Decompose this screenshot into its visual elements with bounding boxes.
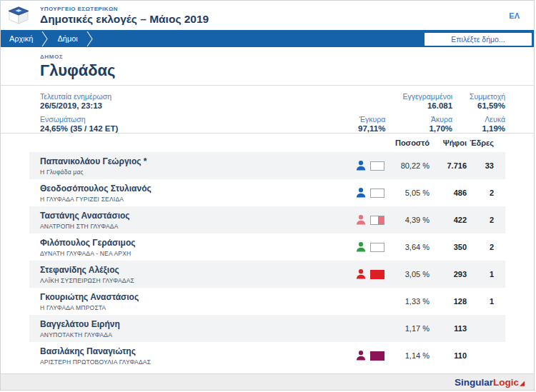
stat-integration: Ενσωμάτωση 24,65% (35 / 142 ΕΤ)	[40, 115, 118, 133]
stat-label: Ενσωμάτωση	[40, 115, 118, 124]
breadcrumb-home[interactable]: Αρχική	[1, 34, 41, 43]
municipality-label: ΔΗΜΟΣ	[40, 54, 534, 60]
ministry-label: ΥΠΟΥΡΓΕΙΟ ΕΣΩΤΕΡΙΚΩΝ	[40, 6, 209, 12]
candidate-cell: Γκουριώτης Αναστάσιος Η ΓΛΥΦΑΔΑ ΜΠΡΟΣΤΑ	[29, 292, 355, 311]
chevron-right-icon	[41, 30, 49, 47]
results-table: Ποσοστό Ψήφοι Έδρες Παπανικολάου Γεώργιο…	[29, 134, 505, 369]
stat-last-update: Τελευταία ενημέρωση 26/5/2019, 23:13	[40, 92, 118, 110]
column-header-percent: Ποσοστό	[389, 139, 430, 147]
municipality-search-input[interactable]	[425, 33, 532, 46]
stat-valid: Έγκυρα 97,11%	[358, 115, 385, 133]
ballot-box-icon	[8, 6, 31, 25]
stat-value: 97,11%	[358, 124, 385, 133]
party-support-box-icon	[370, 216, 384, 225]
percent-value: 4,39 %	[389, 216, 430, 224]
support-icons	[355, 160, 389, 171]
stat-turnout: Συμμετοχή 61,59%	[470, 92, 505, 110]
percent-value: 3,64 %	[389, 243, 430, 251]
page: ΥΠΟΥΡΓΕΙΟ ΕΣΩΤΕΡΙΚΩΝ Δημοτικές εκλογές –…	[0, 0, 535, 391]
language-switch[interactable]: ΕΛ	[509, 11, 527, 20]
stat-label: Εγγεγραμμένοι	[402, 92, 452, 101]
stat-label: Συμμετοχή	[470, 92, 505, 101]
party-name: ΑΝΥΠΟΤΑΚΤΗ ΓΛΥΦΑΔΑ	[29, 331, 355, 338]
municipality-name: Γλυφάδας	[40, 61, 534, 80]
percent-value: 3,05 %	[389, 270, 430, 278]
candidate-cell: Στεφανίδης Αλέξιος ΛΑΪΚΗ ΣΥΣΠΕΙΡΩΣΗ ΓΛΥΦ…	[29, 265, 355, 284]
app-footer: SingularLogic	[1, 373, 534, 391]
candidate-name: Γκουριώτης Αναστάσιος	[29, 292, 355, 302]
percent-value: 80,22 %	[389, 161, 430, 170]
breadcrumb-municipalities[interactable]: Δήμοι	[49, 34, 86, 43]
stat-value: 24,65% (35 / 142 ΕΤ)	[40, 124, 118, 133]
candidate-name: Φιλόπουλος Γεράσιμος	[29, 238, 355, 248]
party-support-box-icon	[370, 161, 384, 171]
candidate-cell: Παπανικολάου Γεώργιος * Η Γλυφάδα μας	[29, 156, 355, 176]
stat-registered: Εγγεγραμμένοι 16.081	[402, 92, 452, 110]
stats-bar: Τελευταία ενημέρωση 26/5/2019, 23:13 Ενσ…	[1, 85, 534, 134]
table-row: Φιλόπουλος Γεράσιμος ΔΥΝΑΤΗ ΓΛΥΦΑΔΑ - ΝΕ…	[29, 233, 505, 261]
candidate-name: Θεοδοσόπουλος Στυλιανός	[29, 184, 355, 194]
party-name: Η ΓΛΥΦΑΔΑ ΜΠΡΟΣΤΑ	[29, 304, 355, 311]
votes-value: 113	[430, 324, 467, 333]
percent-value: 5,05 %	[389, 189, 430, 197]
person-icon	[355, 214, 367, 226]
table-row: Ταστάνης Αναστάσιος ΑΝΑΤΡΟΠΗ ΣΤΗ ΓΛΥΦΑΔΑ…	[29, 206, 505, 233]
column-header-seats: Έδρες	[467, 139, 494, 147]
stat-label: Λευκά	[482, 115, 505, 124]
percent-value: 1,33 %	[389, 297, 430, 306]
table-header: Ποσοστό Ψήφοι Έδρες	[29, 134, 505, 152]
candidate-cell: Θεοδοσόπουλος Στυλιανός Η ΓΛΥΦΑΔΑ ΓΥΡΙΖΕ…	[29, 184, 355, 203]
party-name: ΑΝΑΤΡΟΠΗ ΣΤΗ ΓΛΥΦΑΔΑ	[29, 223, 355, 230]
party-support-box-icon	[370, 189, 384, 198]
votes-value: 293	[430, 270, 467, 278]
votes-value: 110	[430, 351, 467, 360]
seats-value: 2	[467, 216, 494, 224]
person-icon	[355, 241, 367, 253]
candidate-cell: Φιλόπουλος Γεράσιμος ΔΥΝΑΤΗ ΓΛΥΦΑΔΑ - ΝΕ…	[29, 238, 355, 257]
support-icons	[355, 268, 389, 280]
votes-value: 350	[430, 243, 467, 251]
stat-value: 1,19%	[482, 124, 505, 133]
stat-label: Άκυρα	[429, 115, 452, 124]
votes-value: 128	[430, 297, 467, 306]
candidate-name: Βαγγελάτου Ειρήνη	[29, 319, 355, 329]
candidate-name: Στεφανίδης Αλέξιος	[29, 265, 355, 275]
votes-value: 422	[430, 216, 467, 224]
singularlogic-logo[interactable]: SingularLogic	[455, 377, 525, 390]
person-icon	[355, 350, 367, 361]
party-name: ΔΥΝΑΤΗ ΓΛΥΦΑΔΑ - ΝΕΑ ΑΡΧΗ	[29, 250, 355, 257]
table-row: Παπανικολάου Γεώργιος * Η Γλυφάδα μας 80…	[29, 152, 505, 179]
seats-value: 1	[467, 297, 494, 306]
table-row: Γκουριώτης Αναστάσιος Η ΓΛΥΦΑΔΑ ΜΠΡΟΣΤΑ …	[29, 288, 505, 315]
column-header-votes: Ψήφοι	[430, 139, 467, 147]
stat-label: Έγκυρα	[358, 115, 385, 124]
support-icons	[355, 350, 389, 361]
party-name: Η ΓΛΥΦΑΔΑ ΓΥΡΙΖΕΙ ΣΕΛΙΔΑ	[29, 196, 355, 203]
candidate-name: Παπανικολάου Γεώργιος *	[29, 156, 355, 166]
table-row: Στεφανίδης Αλέξιος ΛΑΪΚΗ ΣΥΣΠΕΙΡΩΣΗ ΓΛΥΦ…	[29, 261, 505, 288]
candidate-name: Βασιλάκης Παναγιώτης	[29, 346, 355, 356]
party-support-box-icon	[370, 243, 384, 252]
percent-value: 1,17 %	[389, 324, 430, 333]
seats-value: 2	[467, 189, 494, 197]
percent-value: 1,14 %	[389, 351, 430, 360]
table-row: Βαγγελάτου Ειρήνη ΑΝΥΠΟΤΑΚΤΗ ΓΛΥΦΑΔΑ 1,1…	[29, 315, 505, 342]
support-icons	[355, 187, 389, 198]
seats-value: 33	[467, 161, 494, 170]
candidate-cell: Βασιλάκης Παναγιώτης ΑΡΙΣΤΕΡΗ ΠΡΩΤΟΒΟΥΛΙ…	[29, 346, 355, 366]
support-icons	[355, 323, 389, 334]
seats-value: 1	[467, 270, 494, 278]
ministry-block: ΥΠΟΥΡΓΕΙΟ ΕΣΩΤΕΡΙΚΩΝ Δημοτικές εκλογές –…	[40, 6, 209, 26]
municipality-section: ΔΗΜΟΣ Γλυφάδας	[1, 47, 534, 85]
municipality-search	[425, 32, 532, 46]
candidate-cell: Ταστάνης Αναστάσιος ΑΝΑΤΡΟΠΗ ΣΤΗ ΓΛΥΦΑΔΑ	[29, 211, 355, 230]
stat-value: 1,70%	[429, 124, 452, 133]
logo-arrow-icon	[520, 377, 525, 390]
party-name: ΑΡΙΣΤΕΡΗ ΠΡΩΤΟΒΟΥΛΙΑ ΓΛΥΦΑΔΑΣ	[29, 358, 355, 366]
person-icon	[355, 160, 367, 171]
person-icon	[355, 268, 367, 280]
app-header: ΥΠΟΥΡΓΕΙΟ ΕΣΩΤΕΡΙΚΩΝ Δημοτικές εκλογές –…	[1, 1, 534, 30]
table-rows: Παπανικολάου Γεώργιος * Η Γλυφάδα μας 80…	[29, 152, 505, 369]
support-icons	[355, 214, 389, 226]
table-row: Θεοδοσόπουλος Στυλιανός Η ΓΛΥΦΑΔΑ ΓΥΡΙΖΕ…	[29, 179, 505, 206]
